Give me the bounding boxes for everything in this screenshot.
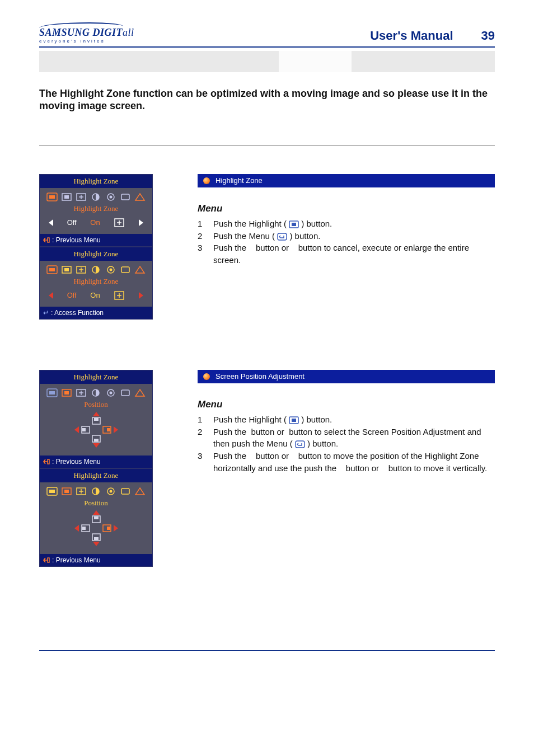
menu-button-icon [295, 440, 305, 448]
osd-up-arrow [93, 510, 100, 515]
menu-heading: Menu [198, 399, 495, 410]
step-2: 2 Push the button or button to select th… [198, 426, 495, 450]
bullet-icon [203, 177, 210, 184]
osd-icon-sharp [120, 265, 131, 274]
svg-rect-32 [121, 390, 129, 396]
osd-left-arrow [74, 525, 79, 532]
osd-icon-sharp [120, 192, 131, 201]
osd-icon-position [61, 388, 72, 397]
exit-icon [43, 557, 50, 563]
osd-icon-row [44, 191, 148, 204]
pos-left-icon [81, 425, 91, 434]
svg-rect-19 [121, 267, 129, 273]
osd-icon-position [61, 487, 72, 496]
osd-left-arrow [49, 292, 53, 299]
osd-expand-icon [114, 218, 125, 227]
osd-expand-icon [114, 291, 125, 300]
osd-icon-position [61, 192, 72, 201]
osd-icon-sharp [120, 487, 131, 496]
osd-right-arrow [139, 219, 143, 226]
step-1: 1 Push the Highlight ( ) button. [198, 414, 495, 426]
osd-position-1: Highlight Zone Position [39, 370, 153, 468]
osd-icon-hz [46, 192, 58, 201]
step-3: 3 Push the button or button to cancel, e… [198, 242, 495, 266]
logo-tagline: everyone's invited [39, 39, 134, 44]
pos-up-icon [91, 416, 101, 425]
svg-point-49 [109, 490, 112, 492]
svg-rect-43 [49, 490, 55, 493]
svg-rect-34 [94, 418, 99, 421]
osd-icon-size [76, 265, 87, 274]
osd-icon-warn [134, 265, 146, 274]
osd-up-arrow [93, 412, 100, 416]
svg-rect-45 [64, 490, 69, 493]
svg-rect-27 [64, 391, 69, 395]
header-band [39, 51, 495, 72]
pos-down-icon [91, 533, 101, 542]
svg-rect-40 [94, 439, 99, 442]
svg-rect-8 [121, 194, 129, 200]
osd-icon-hz [46, 265, 58, 274]
osd-down-arrow [93, 443, 100, 448]
svg-rect-14 [64, 268, 69, 271]
enter-icon: ↵ [43, 309, 49, 317]
svg-rect-52 [94, 516, 99, 519]
svg-rect-56 [107, 527, 110, 530]
logo-text: SAMSUNG DIGIT [39, 27, 123, 38]
svg-rect-41 [48, 459, 49, 464]
svg-rect-36 [82, 428, 86, 431]
svg-rect-3 [64, 195, 69, 199]
section-bar-highlight-zone: Highlight Zone [198, 174, 495, 187]
osd-right-arrow [114, 426, 118, 433]
osd-down-arrow [93, 542, 100, 546]
section-rule [39, 145, 495, 146]
svg-rect-54 [82, 527, 86, 530]
steps-list: 1 Push the Highlight ( ) button. 2 Push … [198, 414, 495, 475]
osd-icon-hz [46, 388, 58, 397]
osd-icon-color [105, 388, 116, 397]
exit-icon [43, 459, 50, 464]
osd-icon-contrast [90, 388, 101, 397]
page-title: User's Manual [370, 29, 453, 43]
step-1: 1 Push the Highlight ( ) button. [198, 218, 495, 230]
osd-icon-contrast [90, 487, 101, 496]
page-number: 39 [481, 29, 495, 43]
svg-rect-25 [49, 391, 55, 395]
svg-rect-58 [94, 537, 99, 540]
footer-rule [39, 650, 495, 651]
osd-icon-color [105, 192, 116, 201]
pos-down-icon [91, 434, 101, 443]
osd-icon-warn [134, 388, 146, 397]
osd-icon-color [105, 265, 116, 274]
pos-left-icon [81, 524, 91, 533]
svg-point-18 [109, 268, 112, 271]
osd-right-arrow [139, 292, 143, 299]
pos-up-icon [91, 515, 101, 524]
osd-left-arrow [49, 219, 53, 226]
intro-text: The Highlight Zone function can be optim… [39, 88, 495, 112]
menu-heading: Menu [198, 203, 495, 214]
osd-icon-position [61, 265, 72, 274]
osd-highlight-zone-1: Highlight Zone Highlight Zone Of [39, 174, 153, 247]
osd-icon-warn [134, 487, 146, 496]
section-bar-position: Screen Position Adjustment [198, 370, 495, 383]
osd-right-arrow [114, 525, 118, 532]
highlight-button-icon [289, 416, 299, 424]
step-2: 2 Push the Menu ( ) button. [198, 230, 495, 242]
header-rule [39, 46, 495, 48]
brand-logo: SAMSUNG DIGITall everyone's invited [39, 22, 134, 44]
menu-button-icon [277, 233, 287, 241]
step-3: 3 Push the button or button to move the … [198, 450, 495, 475]
svg-rect-12 [49, 268, 55, 271]
bullet-icon [203, 373, 210, 380]
osd-icon-size [76, 487, 87, 496]
svg-rect-1 [49, 195, 55, 199]
osd-icon-size [76, 192, 87, 201]
osd-icon-sharp [120, 388, 131, 397]
osd-icon-warn [134, 192, 146, 201]
svg-rect-38 [107, 428, 110, 431]
osd-icon-hz [46, 487, 58, 496]
osd-left-arrow [74, 426, 79, 433]
osd-icon-size [76, 388, 87, 397]
pos-right-icon [102, 524, 112, 533]
